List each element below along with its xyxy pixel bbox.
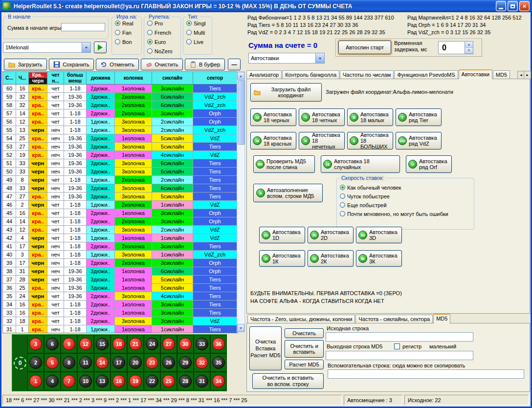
autobet-button[interactable]: ТАвтоставка ряд Tier [396,108,442,126]
board-cell[interactable]: 23 [144,353,160,372]
table-row[interactable]: 4414кра..чет1-182дюжи..2колонка3сиклайнO… [3,217,237,226]
board-cell[interactable]: 11 [77,353,94,372]
board-cell[interactable]: 12 [77,335,94,353]
md5-clear-button[interactable]: Очистить [285,328,324,338]
board-cell[interactable]: 3 [27,335,44,353]
table-row[interactable]: 3218кра..чет1-182дюжи..3колонка3сиклайнV… [3,317,237,325]
table-row[interactable]: 3524чернчет19-362дюжи..3колонка4сиклайнT… [3,292,237,301]
board-cell[interactable]: 21 [127,335,144,353]
table-row[interactable]: 5714кра..чет1-182дюжи..2колонка3сиклайнO… [3,109,237,118]
radio-option[interactable]: Live [186,39,212,45]
radio-option[interactable]: French [147,29,180,36]
autobet-button[interactable]: М5Проверить МД5 после спина [253,155,315,173]
table-row[interactable]: 3917черннеч1-182дюжи..2колонка3сиклайнOr… [3,259,237,267]
table-row[interactable]: 3316кра..чет1-182дюжи..1колонка3сиклайнT… [3,309,237,317]
table-row[interactable]: 5425кра..неч19-363дюжи..1колонка5сиклайн… [3,134,237,143]
freq-tab-2[interactable]: MD5 [433,314,450,323]
autobet-button[interactable]: БАвтоставка 18 БОЛЬШИХ [347,132,393,150]
tab-1[interactable]: Контроль банкролла [282,70,339,79]
board-cell[interactable]: 13 [94,372,111,390]
autobet-button[interactable]: 1КАвтоставка 1К [259,250,305,267]
freq-tab-1[interactable]: Частота - сиклайны, сектора [355,315,433,323]
autobet-button[interactable]: ОАвтоставка ряд Orf [406,155,452,173]
md5-output-input[interactable] [326,351,473,360]
autobet-button[interactable]: 2КАвтоставка 2К [308,250,354,267]
tab-0[interactable]: Анализатор [246,70,282,79]
table-row[interactable]: 498чернчет1-181дюжи..2колонка2сиклайнTie… [3,176,237,184]
spinner-down-icon[interactable]: ▼ [465,48,473,54]
speed-radio-option[interactable]: Еще побыстрей [340,202,474,208]
board-cell[interactable]: 33 [194,335,210,353]
board-cell[interactable]: 6 [44,335,61,353]
autobet-button[interactable]: МАвтоставка 18 малых [347,108,393,126]
board-cell[interactable]: 17 [111,353,127,372]
table-row[interactable]: 3416кра..чет1-182дюжи..1колонка3сиклайнT… [3,301,237,309]
board-cell[interactable]: 27 [160,335,177,353]
table-row[interactable]: 3831черннеч19-363дюжи..1колонка6сиклайнO… [3,267,237,276]
table-row[interactable]: 424чернчет1-181дюжи..1колонка1сиклайнVdZ [3,234,237,242]
profile-combobox[interactable]: 1Melonati ▼ [3,42,91,53]
combo-arrow-icon[interactable]: ▼ [315,53,324,63]
load-coords-button[interactable]: Загрузить файл координат [250,83,322,102]
spinner-up-icon[interactable]: ▲ [465,42,473,48]
table-row[interactable]: 403кра..неч1-181дюжи..3колонка1сиклайнVd… [3,251,237,259]
autobet-button[interactable]: 3DАвтоставка 3D [356,227,402,243]
maximize-button[interactable] [508,1,518,11]
autobet-button[interactable]: 18Автоставка 18 черных [250,108,296,126]
md5-clear-paste-calc-button[interactable]: Очистка Вставка Расчет MD5 [249,326,282,370]
collapse-button[interactable]: — [228,59,241,70]
copy-to-buffer-button[interactable]: В буфер [185,59,225,70]
minimize-button[interactable] [496,1,506,11]
table-row[interactable]: 5327кра..неч19-363дюжи..3колонка5сиклайн… [3,143,237,151]
tab-3[interactable]: Функционал PsevdoMS [394,70,458,79]
table-row[interactable]: 5832кра..чет19-363дюжи..2колонка6сиклайн… [3,101,237,109]
md5-clear-paste-helper-button[interactable]: Очистить и вставить во вспом. строку [252,373,324,389]
tab-2[interactable]: Частоты по числам [340,70,394,79]
load-button[interactable]: Загрузить [4,59,47,70]
table-row[interactable]: 4117черннеч1-182дюжи..2колонка3сиклайнTi… [3,242,237,251]
board-cell[interactable]: 28 [177,372,194,390]
scroll-up-icon[interactable]: ▲ [237,72,244,80]
board-cell[interactable]: 14 [94,353,111,372]
table-row[interactable]: 5219кра..неч19-362дюжи..1колонка4сиклайн… [3,151,237,159]
board-cell[interactable]: 9 [61,335,77,353]
board-cell[interactable]: 35 [210,353,227,372]
table-row[interactable]: 3728чернчет19-363дюжи..1колонка5сиклайнT… [3,276,237,284]
table-row[interactable]: 6016кра..чет1-182дюжи..1колонка3сиклайнT… [3,85,237,93]
autobet-button[interactable]: 2DАвтоставка 2D [308,227,354,243]
md5-helper-input[interactable] [328,369,524,379]
board-cell[interactable]: 20 [127,353,144,372]
board-cell[interactable]: 15 [94,335,111,353]
autobet-button[interactable]: 1DАвтоставка 1D [259,227,305,243]
board-cell[interactable]: 30 [177,335,194,353]
autobet-button[interactable]: 3КАвтоставка 3К [356,250,402,267]
table-row[interactable]: 5612кра..чет1-181дюжи..3колонка2сиклайнO… [3,118,237,126]
board-zero-cell[interactable]: 0 [14,357,26,369]
board-cell[interactable]: 2 [27,353,44,372]
board-cell[interactable]: 8 [61,353,77,372]
autobet-button[interactable]: ЧАвтоставка 18 четных [299,108,345,126]
board-cell[interactable]: 25 [160,372,177,390]
table-row[interactable]: 5133черннеч19-363дюжи..3колонка6сиклайнT… [3,159,237,168]
radio-option[interactable]: Multi [186,29,212,36]
save-button[interactable]: Сохранить [49,59,94,70]
board-cell[interactable]: 16 [111,372,127,390]
md5-calc-button[interactable]: Расчет MD5 [285,360,324,369]
tab-4[interactable]: Автоставки [459,69,492,79]
radio-option[interactable]: Singl [186,20,212,26]
table-row[interactable]: 5033черннеч19-363дюжи..3колонка6сиклайнT… [3,168,237,176]
board-cell[interactable]: 10 [77,372,94,390]
tab-scroll-right[interactable]: ► [524,71,531,79]
radio-option[interactable]: Real [115,20,141,26]
board-cell[interactable]: 31 [194,372,210,390]
undo-button[interactable]: Отменить [96,59,139,70]
board-cell[interactable]: 36 [210,335,227,353]
clear-button[interactable]: Очистить [141,59,183,70]
board-cell[interactable]: 24 [144,335,160,353]
board-cell[interactable]: 19 [127,372,144,390]
autofill-md5-button[interactable]: А Автозаполнение вспом. строки МД5 [253,184,323,202]
autobet-button[interactable]: 18Автоставка 18 красных [250,132,296,150]
table-row[interactable]: 4727кра..неч19-363дюжи..3колонка5сиклайн… [3,193,237,201]
delay-value-input[interactable]: 0 [439,42,465,54]
board-cell[interactable]: 34 [210,372,227,390]
